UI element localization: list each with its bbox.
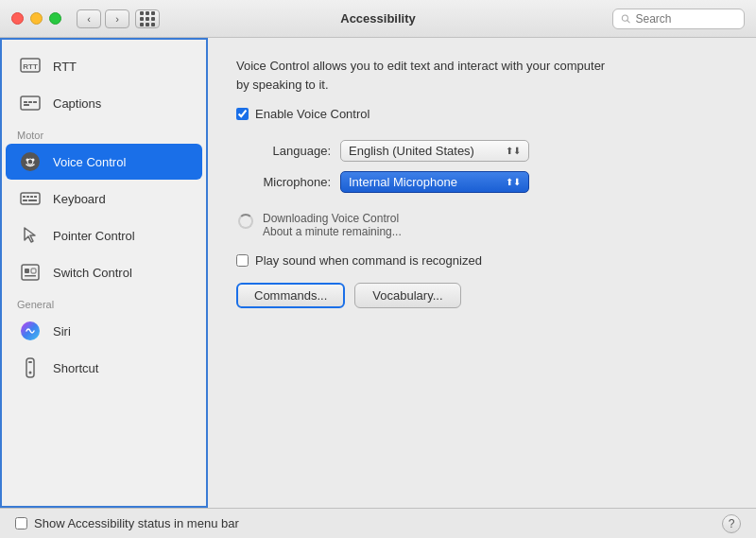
search-icon xyxy=(621,13,630,25)
show-accessibility-checkbox[interactable] xyxy=(15,517,27,529)
sidebar-item-siri[interactable]: Siri xyxy=(6,313,202,349)
voice-control-icon xyxy=(17,148,43,175)
content-panel: Voice Control allows you to edit text an… xyxy=(208,38,756,508)
svg-rect-8 xyxy=(24,104,29,106)
play-sound-label: Play sound when command is recognized xyxy=(255,253,482,268)
main-area: RTT RTT Captions Motor xyxy=(0,38,756,508)
downloading-spinner xyxy=(236,212,255,231)
microphone-value: Internal Microphone xyxy=(349,175,457,189)
siri-icon xyxy=(17,318,43,344)
search-box[interactable] xyxy=(612,9,745,29)
downloading-info: Downloading Voice Control About a minute… xyxy=(263,212,402,238)
sidebar-item-label: Keyboard xyxy=(53,192,106,206)
minimize-button[interactable] xyxy=(30,12,43,25)
show-accessibility-row: Show Accessibility status in menu bar xyxy=(15,516,239,530)
bottombar: Show Accessibility status in menu bar ? xyxy=(0,508,756,538)
language-value: English (United States) xyxy=(349,144,474,158)
sidebar-item-switch-control[interactable]: Switch Control xyxy=(6,254,202,290)
sidebar-item-label: RTT xyxy=(53,60,77,74)
svg-point-9 xyxy=(21,152,40,171)
language-select-arrow: ⬆⬇ xyxy=(506,146,521,156)
sidebar-item-label: Voice Control xyxy=(53,155,126,169)
vocabulary-button[interactable]: Vocabulary... xyxy=(354,283,460,308)
pointer-icon xyxy=(17,222,43,249)
svg-point-27 xyxy=(29,372,32,374)
language-row: Language: English (United States) ⬆⬇ xyxy=(236,140,728,162)
downloading-subtitle: About a minute remaining... xyxy=(263,225,402,238)
grid-view-button[interactable] xyxy=(135,9,160,28)
svg-rect-6 xyxy=(28,101,32,103)
sidebar-item-label: Pointer Control xyxy=(53,229,135,243)
commands-button[interactable]: Commands... xyxy=(236,283,345,308)
svg-rect-16 xyxy=(30,196,33,198)
help-button[interactable]: ? xyxy=(722,514,741,533)
sidebar-item-label: Switch Control xyxy=(53,266,132,280)
buttons-row: Commands... Vocabulary... xyxy=(236,283,728,308)
downloading-row: Downloading Voice Control About a minute… xyxy=(236,212,728,238)
microphone-label: Microphone: xyxy=(236,175,331,189)
language-select[interactable]: English (United States) ⬆⬇ xyxy=(340,140,529,162)
sidebar-item-label: Shortcut xyxy=(53,361,98,375)
sidebar-item-rtt[interactable]: RTT RTT xyxy=(6,48,202,84)
nav-buttons: ‹ › xyxy=(77,9,129,28)
svg-rect-7 xyxy=(33,101,37,103)
language-label: Language: xyxy=(236,144,331,158)
svg-text:RTT: RTT xyxy=(23,62,38,71)
downloading-title: Downloading Voice Control xyxy=(263,212,402,225)
titlebar: ‹ › Accessibility xyxy=(0,0,756,38)
svg-rect-17 xyxy=(34,196,37,198)
rtt-icon: RTT xyxy=(17,53,43,79)
enable-voice-control-row: Enable Voice Control xyxy=(236,107,728,121)
grid-icon xyxy=(140,11,155,26)
sidebar-item-label: Siri xyxy=(53,324,71,338)
window-title: Accessibility xyxy=(340,11,416,26)
keyboard-icon xyxy=(17,185,43,212)
svg-rect-13 xyxy=(21,193,40,204)
motor-section-label: Motor xyxy=(2,122,206,143)
microphone-row: Microphone: Internal Microphone ⬆⬇ xyxy=(236,171,728,193)
maximize-button[interactable] xyxy=(49,12,61,25)
enable-voice-control-label: Enable Voice Control xyxy=(255,107,369,121)
svg-rect-22 xyxy=(31,269,36,273)
svg-rect-18 xyxy=(23,200,27,201)
svg-rect-5 xyxy=(24,101,27,103)
traffic-lights xyxy=(11,12,61,25)
sidebar-item-label: Captions xyxy=(53,96,101,111)
sidebar: RTT RTT Captions Motor xyxy=(0,38,208,508)
svg-line-1 xyxy=(627,20,630,23)
sidebar-item-captions[interactable]: Captions xyxy=(6,85,202,121)
sidebar-item-keyboard[interactable]: Keyboard xyxy=(6,181,202,217)
switch-icon xyxy=(17,259,43,286)
captions-icon xyxy=(17,90,43,116)
svg-rect-23 xyxy=(25,275,36,277)
svg-rect-21 xyxy=(25,269,29,273)
svg-rect-14 xyxy=(23,196,26,198)
microphone-select-arrow: ⬆⬇ xyxy=(506,177,521,187)
microphone-select[interactable]: Internal Microphone ⬆⬇ xyxy=(340,171,529,193)
search-input[interactable] xyxy=(635,12,736,26)
voice-control-description: Voice Control allows you to edit text an… xyxy=(236,57,614,94)
sidebar-item-shortcut[interactable]: Shortcut xyxy=(6,350,202,386)
enable-voice-control-checkbox[interactable] xyxy=(236,108,249,120)
shortcut-icon xyxy=(17,355,43,381)
sidebar-item-pointer-control[interactable]: Pointer Control xyxy=(6,217,202,253)
sidebar-item-voice-control[interactable]: Voice Control xyxy=(6,144,202,180)
play-sound-row: Play sound when command is recognized xyxy=(236,253,728,268)
close-button[interactable] xyxy=(11,12,24,25)
svg-rect-19 xyxy=(28,200,37,201)
play-sound-checkbox[interactable] xyxy=(236,254,249,267)
svg-rect-26 xyxy=(28,361,32,363)
forward-button[interactable]: › xyxy=(105,9,129,28)
back-button[interactable]: ‹ xyxy=(77,9,101,28)
show-accessibility-label: Show Accessibility status in menu bar xyxy=(34,516,239,530)
general-section-label: General xyxy=(2,291,206,312)
svg-rect-15 xyxy=(26,196,29,198)
